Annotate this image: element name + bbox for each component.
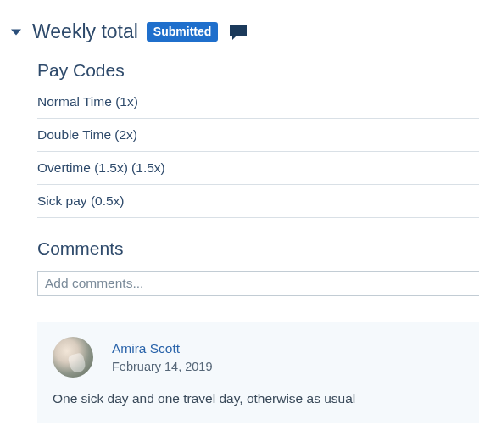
comment-date: February 14, 2019: [112, 360, 213, 373]
paycodes-title: Pay Codes: [37, 60, 479, 81]
comment-author[interactable]: Amira Scott: [112, 341, 213, 356]
paycode-item[interactable]: Double Time (2x): [37, 119, 479, 152]
comment-body: One sick day and one travel day, otherwi…: [53, 389, 464, 408]
paycode-item[interactable]: Overtime (1.5x) (1.5x): [37, 152, 479, 185]
comment-input[interactable]: [37, 271, 479, 296]
paycode-list: Normal Time (1x) Double Time (2x) Overti…: [37, 92, 479, 218]
section-header: Weekly total Submitted: [10, 20, 479, 43]
chevron-down-icon[interactable]: [10, 26, 22, 38]
comments-title: Comments: [37, 238, 479, 259]
avatar: [53, 337, 93, 378]
paycode-item[interactable]: Sick pay (0.5x): [37, 185, 479, 218]
paycode-item[interactable]: Normal Time (1x): [37, 92, 479, 119]
page-title: Weekly total: [32, 20, 138, 43]
comment-icon[interactable]: [228, 23, 248, 42]
comment-card: Amira Scott February 14, 2019 One sick d…: [37, 322, 479, 423]
status-badge: Submitted: [147, 22, 218, 42]
